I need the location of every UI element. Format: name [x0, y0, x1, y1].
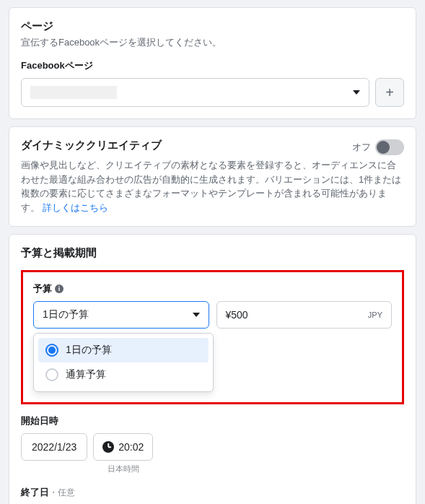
chevron-down-icon — [353, 90, 360, 95]
budget-option-lifetime[interactable]: 通算予算 — [38, 362, 209, 387]
facebook-page-dropdown[interactable] — [21, 78, 369, 107]
budget-label-text: 予算 — [33, 282, 52, 295]
budget-schedule-card: 予算と掲載期間 予算 i 1日の予算 ¥500 JPY 1日の予算 通算予算 — [9, 234, 416, 504]
start-datetime-label: 開始日時 — [21, 414, 404, 427]
budget-option-label: 通算予算 — [66, 368, 106, 381]
budget-option-daily[interactable]: 1日の予算 — [38, 338, 209, 362]
time-column: 20:02 日本時間 — [93, 433, 153, 474]
dynamic-creative-description: 画像や見出しなど、クリエイティブの素材となる要素を登録すると、オーディエンスに合… — [21, 158, 404, 214]
start-date-input[interactable]: 2022/1/23 — [21, 433, 87, 461]
budget-highlight-box: 予算 i 1日の予算 ¥500 JPY 1日の予算 通算予算 — [21, 270, 404, 404]
start-datetime-row: 2022/1/23 20:02 日本時間 — [21, 433, 404, 474]
budget-option-label: 1日の予算 — [66, 344, 112, 357]
dynamic-creative-toggle-wrap: オフ — [352, 139, 404, 155]
toggle-knob — [377, 141, 390, 154]
budget-schedule-title: 予算と掲載期間 — [21, 246, 404, 260]
budget-type-dropdown-menu: 1日の予算 通算予算 — [33, 333, 214, 392]
budget-amount-value: ¥500 — [226, 309, 248, 321]
info-icon[interactable]: i — [55, 284, 63, 293]
start-time-input[interactable]: 20:02 — [93, 433, 153, 461]
budget-amount-input[interactable]: ¥500 JPY — [216, 301, 393, 329]
toggle-state-label: オフ — [352, 141, 371, 154]
budget-currency: JPY — [368, 310, 382, 319]
end-date-label: 終了日 ・任意 — [21, 486, 404, 499]
page-section-card: ページ 宣伝するFacebookページを選択してください。 Facebookペー… — [9, 7, 416, 119]
page-section-title: ページ — [21, 19, 404, 33]
timezone-label: 日本時間 — [108, 464, 139, 474]
start-time-value: 20:02 — [118, 441, 144, 453]
radio-icon — [45, 344, 58, 357]
budget-row: 1日の予算 ¥500 JPY — [33, 301, 392, 329]
radio-icon — [45, 368, 58, 381]
start-date-value: 2022/1/23 — [32, 441, 76, 453]
add-page-button[interactable]: + — [375, 78, 404, 107]
dynamic-creative-title: ダイナミッククリエイティブ — [21, 139, 162, 152]
budget-type-dropdown[interactable]: 1日の予算 — [33, 301, 209, 329]
chevron-down-icon — [193, 313, 200, 317]
page-section-description: 宣伝するFacebookページを選択してください。 — [21, 36, 404, 49]
budget-label: 予算 i — [33, 282, 392, 295]
page-select-placeholder — [30, 86, 117, 99]
dynamic-creative-card: ダイナミッククリエイティブ オフ 画像や見出しなど、クリエイティブの素材となる要… — [9, 126, 416, 227]
dynamic-creative-header: ダイナミッククリエイティブ オフ — [21, 139, 404, 155]
end-date-label-text: 終了日 — [21, 486, 49, 499]
budget-type-selected: 1日の予算 — [43, 308, 89, 321]
learn-more-link[interactable]: 詳しくはこちら — [43, 202, 108, 213]
end-date-optional: ・任意 — [49, 487, 75, 499]
facebook-page-label: Facebookページ — [21, 59, 404, 72]
dynamic-creative-toggle[interactable] — [375, 139, 404, 155]
clock-icon — [102, 441, 114, 453]
page-select-row: + — [21, 78, 404, 107]
